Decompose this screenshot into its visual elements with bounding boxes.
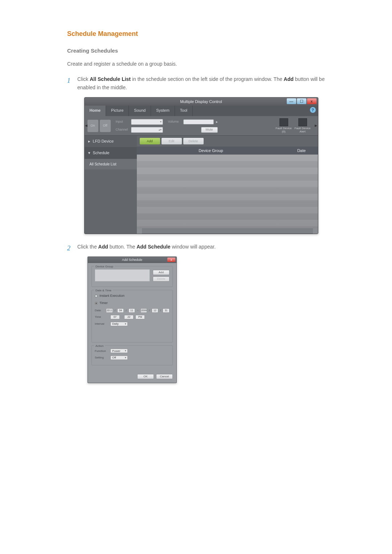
scroll-track[interactable] (142, 229, 313, 233)
device-group-delete-button[interactable]: Delete (153, 276, 170, 282)
heading-schedule-management: Schedule Management (67, 29, 325, 39)
slider-cap-icon: ▸ (216, 119, 218, 125)
tab-bar: Home Picture Sound System Tool ? (85, 106, 318, 116)
input-group: Input ▾ Channel ▴▾ (116, 119, 163, 133)
step-2-text-1: Click the (77, 244, 98, 250)
fault-device-button[interactable]: Fault Device (0) (275, 118, 293, 134)
window-title: Multiple Display Control (180, 98, 222, 105)
intro-paragraph: Create and register a schedule on a grou… (67, 60, 325, 68)
schedule-table-body (137, 155, 318, 229)
timer-label: Timer (99, 300, 108, 306)
step-1-bold-add: Add (284, 76, 294, 82)
step-1-text-2: in the schedule section on the left side… (132, 76, 284, 82)
step-2: Click the Add button. The Add Schedule w… (67, 243, 325, 383)
tab-home[interactable]: Home (85, 106, 106, 116)
ribbon-toolbar: ◀ On Off Input ▾ Channel ▴▾ (85, 116, 318, 136)
fault-device-icon (279, 118, 288, 126)
instant-execution-label: Instant Execution (99, 293, 124, 299)
content-area: ▸ LFD Device ▾ Schedule All Schedule Lis… (85, 136, 318, 234)
input-dropdown[interactable]: ▾ (131, 119, 163, 125)
date-to-year[interactable]: 2099 (140, 308, 147, 313)
fault-alert-button[interactable]: Fault Device Alert (294, 118, 311, 134)
col-date: Date (285, 147, 318, 154)
date-tilde: ~ (137, 308, 139, 313)
help-button[interactable]: ? (310, 107, 316, 113)
close-button[interactable]: x (307, 98, 317, 104)
device-group-add-button[interactable]: Add (153, 270, 170, 275)
function-dropdown[interactable]: Power (110, 349, 128, 353)
sidebar: ▸ LFD Device ▾ Schedule All Schedule Lis… (85, 136, 137, 234)
scroll-left-cap[interactable] (137, 229, 142, 234)
date-to-day[interactable]: 31 (163, 308, 170, 313)
power-off-button[interactable]: Off (100, 120, 111, 132)
interval-label: Interval (95, 321, 109, 327)
setting-dropdown[interactable]: Off (110, 356, 128, 360)
device-group-fieldset: Device Group Add Delete (91, 266, 173, 287)
schedule-table-header: Device Group Date (137, 147, 318, 155)
step-2-bold-add-schedule: Add Schedule (136, 244, 170, 250)
power-group: On Off (87, 120, 111, 132)
ribbon-scroll-right[interactable]: ▶ (314, 116, 318, 136)
app-window: Multiple Display Control — ☐ x Home Pict… (84, 97, 318, 234)
input-label: Input (116, 119, 129, 124)
cancel-button[interactable]: Cancel (156, 374, 173, 379)
date-time-legend: Date & Time (94, 288, 113, 293)
edit-button[interactable]: Edit (162, 138, 182, 144)
power-on-button[interactable]: On (87, 120, 98, 132)
volume-label: Volume (168, 119, 181, 124)
heading-creating-schedules: Creating Schedules (67, 47, 325, 55)
volume-slider[interactable] (183, 119, 214, 124)
step-2-text-3: window will appear. (172, 244, 216, 250)
chevron-right-icon: ▸ (88, 138, 92, 145)
titlebar: Multiple Display Control — ☐ x (85, 98, 318, 106)
date-time-fieldset: Date & Time Instant Execution Timer Date… (91, 290, 173, 342)
schedule-main: Add Edit Delete Device Group Date (137, 136, 318, 234)
time-hour[interactable]: 07 (110, 315, 120, 319)
table-stripes (137, 155, 318, 229)
tab-picture[interactable]: Picture (106, 106, 129, 116)
dialog-body: Device Group Add Delete Date & Time Inst… (88, 263, 176, 372)
ok-button[interactable]: OK (137, 374, 154, 379)
step-2-text-2: button. The (110, 244, 136, 250)
delete-button[interactable]: Delete (183, 138, 204, 144)
date-from-year[interactable]: 2011 (106, 308, 113, 313)
time-minute[interactable]: 22 (124, 315, 134, 319)
dialog-close-button[interactable]: x (167, 258, 175, 262)
timer-radio[interactable] (95, 302, 98, 305)
step-2-bold-add: Add (98, 244, 108, 250)
minimize-button[interactable]: — (287, 98, 296, 104)
window-controls: — ☐ x (287, 98, 317, 104)
time-ampm[interactable]: PM (135, 315, 145, 319)
sidebar-item-schedule[interactable]: ▾ Schedule (85, 147, 137, 159)
tab-sound[interactable]: Sound (129, 106, 151, 116)
date-from-month[interactable]: 04 (117, 308, 124, 313)
mute-button[interactable]: Mute (201, 127, 218, 133)
fault-group: Fault Device (0) Fault Device Alert (275, 118, 311, 134)
tab-system[interactable]: System (151, 106, 175, 116)
col-device-group: Device Group (137, 147, 285, 154)
chevron-down-icon: ▾ (88, 149, 92, 156)
horizontal-scrollbar[interactable] (137, 229, 318, 234)
function-label: Function (95, 349, 109, 354)
scroll-right-cap[interactable] (313, 229, 318, 234)
step-1-bold-all-schedule-list: All Schedule List (90, 76, 131, 82)
sidebar-item-all-schedule-list[interactable]: All Schedule List (85, 159, 137, 169)
setting-label: Setting (95, 355, 109, 360)
sidebar-item-lfd-device[interactable]: ▸ LFD Device (85, 136, 137, 147)
device-group-list[interactable] (95, 269, 150, 282)
maximize-button[interactable]: ☐ (297, 98, 306, 104)
step-1-text-1: Click (77, 76, 90, 82)
schedule-action-bar: Add Edit Delete (137, 136, 318, 147)
tab-tool[interactable]: Tool (175, 106, 193, 116)
add-button[interactable]: Add (140, 138, 160, 144)
add-schedule-dialog: Add Schedule x Device Group Add Delete D… (87, 257, 177, 383)
date-from-day[interactable]: 11 (128, 308, 135, 313)
interval-dropdown[interactable]: Daily (110, 322, 128, 326)
channel-spinner[interactable]: ▴▾ (131, 127, 163, 133)
dialog-footer: OK Cancel (88, 372, 176, 383)
ribbon-scroll-left[interactable]: ◀ (85, 116, 88, 136)
date-to-month[interactable]: 12 (152, 308, 159, 313)
channel-label: Channel (116, 127, 129, 132)
instant-execution-radio[interactable] (95, 295, 98, 297)
action-legend: Action (94, 344, 105, 349)
